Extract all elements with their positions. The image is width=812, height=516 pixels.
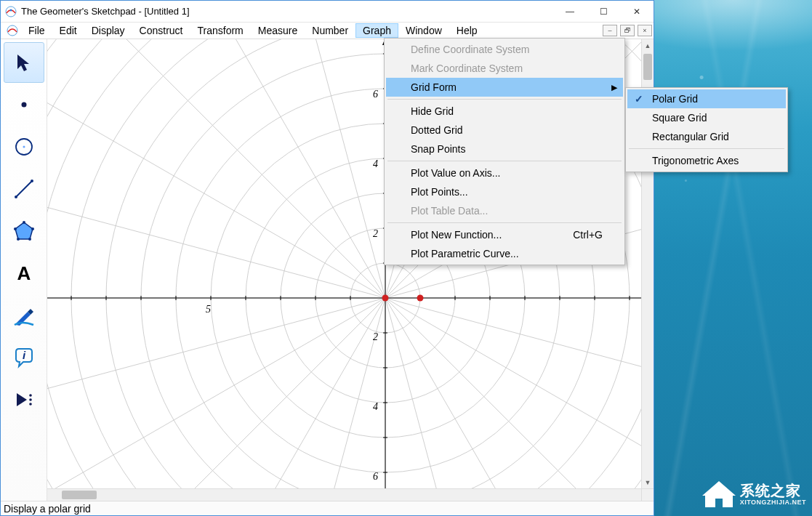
menu-edit[interactable]: Edit [52,23,84,38]
smi-square-grid[interactable]: Square Grid [627,108,786,127]
svg-line-49 [47,39,385,298]
mi-mark-coord[interactable]: Mark Coordinate System [386,59,623,78]
svg-marker-9 [15,222,33,239]
svg-point-12 [28,238,31,241]
window-maximize-button[interactable]: ☐ [587,1,620,23]
status-text: Display a polar grid [4,503,91,515]
tick-ny-2: 2 [373,331,378,343]
window-close-button[interactable]: ✕ [620,1,654,23]
document-icon[interactable] [7,25,18,36]
svg-line-44 [47,298,385,501]
scroll-v-thumb[interactable] [643,54,652,80]
check-icon: ✓ [635,93,643,105]
svg-point-5 [23,146,25,148]
menu-construct[interactable]: Construct [132,23,190,38]
menu-number[interactable]: Number [305,23,355,38]
scroll-down-arrow[interactable]: ▼ [642,476,654,488]
submenu-arrow-icon: ▶ [611,83,617,92]
svg-point-10 [23,221,25,224]
mi-plot-function[interactable]: Plot New Function...Ctrl+G [386,225,623,244]
marker-icon [12,303,36,328]
svg-point-8 [31,180,33,182]
tool-information[interactable]: i [4,337,44,378]
tool-marker[interactable] [4,295,44,336]
svg-line-43 [47,298,385,501]
menu-help[interactable]: Help [449,23,485,38]
svg-point-7 [15,195,17,198]
scroll-corner [641,488,654,501]
scrollbar-horizontal[interactable] [47,488,641,501]
menu-separator [387,161,622,161]
svg-point-18 [29,398,32,401]
svg-line-51 [259,39,385,298]
menu-file[interactable]: File [21,23,52,38]
menu-graph[interactable]: Graph [355,23,398,38]
menu-separator [387,222,622,223]
smi-rectangular-grid[interactable]: Rectangular Grid [627,127,786,146]
mi-dotted-grid[interactable]: Dotted Grid [386,121,623,140]
polygon-icon [12,219,36,243]
mi-plot-points[interactable]: Plot Points... [386,182,623,201]
svg-line-41 [259,298,385,501]
svg-point-1 [10,9,12,11]
menu-window[interactable]: Window [398,23,449,38]
smi-polar-grid[interactable]: ✓Polar Grid [627,89,786,108]
smi-trig-axes[interactable]: Trigonometric Axes [627,151,786,170]
tick-y-6: 6 [373,89,378,100]
svg-point-19 [29,403,32,406]
svg-line-47 [47,172,385,298]
mi-snap-points[interactable]: Snap Points [386,140,623,158]
tick-y-4: 4 [373,158,378,170]
mi-define-coord[interactable]: Define Coordinate System [386,40,623,59]
titlebar[interactable]: The Geometer's Sketchpad - [Untitled 1] … [1,1,654,23]
svg-point-13 [17,238,20,241]
svg-point-14 [14,227,17,230]
point-icon [12,92,36,117]
mi-plot-parametric[interactable]: Plot Parametric Curve... [386,244,623,263]
svg-point-11 [31,227,34,230]
tick-ny-4: 4 [373,401,378,413]
tick-ny-6: 6 [373,471,378,483]
scroll-up-arrow[interactable]: ▲ [642,39,654,52]
svg-point-101 [417,295,424,302]
tool-compass[interactable] [4,126,44,167]
mdi-restore-button[interactable]: 🗗 [620,25,635,36]
desktop-background: 系统之家 XITONGZHIJIA.NET [654,0,812,516]
house-icon [702,480,736,509]
tool-polygon[interactable] [4,211,44,251]
svg-text:i: i [22,349,25,361]
tool-arrow[interactable] [4,42,44,83]
tool-straightedge[interactable] [4,169,44,209]
watermark-en: XITONGZHIJIA.NET [740,499,806,506]
text-icon: A [12,261,36,286]
svg-point-3 [21,102,26,108]
tool-point[interactable] [4,84,44,125]
menu-separator [387,99,622,100]
mdi-minimize-button[interactable]: – [603,25,617,36]
circle-icon [12,134,36,159]
shortcut-label: Ctrl+G [573,229,603,241]
tool-text[interactable]: A [4,253,44,294]
mdi-close-button[interactable]: × [638,25,652,36]
mi-hide-grid[interactable]: Hide Grid [386,102,623,121]
menu-display[interactable]: Display [84,23,132,38]
custom-tool-icon [12,387,36,412]
app-icon [5,6,17,17]
svg-line-45 [47,298,385,424]
mi-grid-form[interactable]: Grid Form▶ [386,78,623,97]
watermark: 系统之家 XITONGZHIJIA.NET [702,480,806,509]
svg-line-50 [141,39,385,298]
svg-line-42 [141,298,385,501]
tool-custom[interactable] [4,379,44,420]
menu-measure[interactable]: Measure [251,23,305,38]
svg-point-17 [29,394,32,397]
tick-x-5: 5 [206,304,211,315]
arrow-icon [12,50,36,75]
svg-line-38 [385,298,630,501]
mi-plot-table[interactable]: Plot Table Data... [386,201,623,220]
tool-palette: A i [1,39,47,501]
mi-plot-value[interactable]: Plot Value on Axis... [386,164,623,182]
window-minimize-button[interactable]: — [553,1,587,23]
menu-transform[interactable]: Transform [190,23,251,38]
scroll-h-thumb[interactable] [62,491,97,499]
